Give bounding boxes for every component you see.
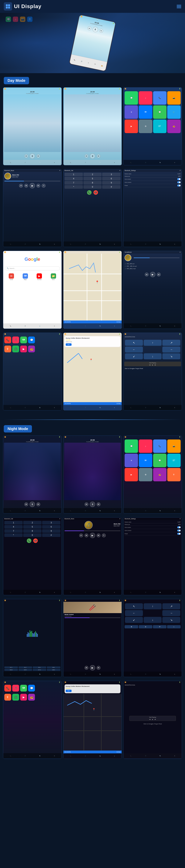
- night-dial-7[interactable]: 7: [4, 529, 23, 533]
- night-podcast-stream[interactable]: 🎙: [4, 694, 11, 701]
- food-next[interactable]: ⏭: [97, 666, 100, 670]
- podcast-stream-icon[interactable]: 🎙: [4, 346, 11, 352]
- night-arrow-l[interactable]: ←: [125, 610, 143, 616]
- night-phone[interactable]: 📞: [153, 439, 166, 453]
- night-music[interactable]: ♪: [139, 439, 152, 453]
- play-pause-btn[interactable]: ▶: [30, 183, 35, 188]
- power-toggle[interactable]: [177, 185, 181, 186]
- night-youtube[interactable]: ▶: [125, 468, 138, 481]
- nav-gps-2[interactable]: 📡: [100, 162, 101, 163]
- preset-3[interactable]: 95.5: [33, 666, 46, 668]
- night-auto-answer-toggle[interactable]: [177, 526, 181, 528]
- night-call-btn[interactable]: 📞: [27, 538, 31, 543]
- next-track-btn[interactable]: ⏭: [36, 184, 40, 188]
- night-power-toggle[interactable]: [177, 533, 181, 535]
- night-play-2[interactable]: ⏸: [90, 502, 95, 507]
- night-next-1[interactable]: ⏭: [36, 502, 40, 506]
- auto-answer-toggle[interactable]: [177, 178, 181, 180]
- nav-music-2[interactable]: 🎵: [85, 162, 86, 163]
- preset-4[interactable]: 99.0: [47, 666, 60, 668]
- night-next-2[interactable]: ⏭: [97, 502, 100, 506]
- night-prev-music[interactable]: ⏮: [85, 533, 88, 537]
- prev-track-btn[interactable]: ⏮: [24, 184, 28, 188]
- night-repeat[interactable]: ↻: [102, 533, 106, 537]
- night-dial-0[interactable]: 0: [23, 533, 42, 537]
- social-prev[interactable]: ⏮: [145, 273, 149, 276]
- night-arrow-d[interactable]: ↓: [144, 617, 162, 623]
- google-search-bar[interactable]: 🔍 Search...: [5, 267, 60, 270]
- dial-4[interactable]: 4: [64, 177, 83, 180]
- shortcut-youtube[interactable]: ▶ YouTube: [33, 273, 46, 280]
- arrow-left[interactable]: ←: [125, 346, 143, 352]
- night-youtube-stream[interactable]: ▶: [20, 694, 27, 701]
- play-btn-2[interactable]: ⏸: [90, 153, 95, 159]
- dial-5[interactable]: 5: [83, 177, 102, 180]
- night-dial-1[interactable]: 1: [4, 521, 23, 525]
- night-dial-2[interactable]: 2: [23, 521, 42, 525]
- bottom-nav-music[interactable]: 🎵: [25, 162, 26, 163]
- nav-item-4[interactable]: ⚙: [174, 162, 175, 163]
- arrow-up-left[interactable]: ↖: [125, 340, 143, 346]
- night-dial-9[interactable]: 9: [42, 529, 60, 533]
- arrow-down-left[interactable]: ↙: [125, 353, 143, 359]
- bt-icon[interactable]: BT: [153, 120, 166, 133]
- wechat-icon[interactable]: 💬: [153, 105, 166, 119]
- arrow-down-right[interactable]: ↘: [162, 353, 180, 359]
- night-play-1[interactable]: ⏸: [30, 502, 35, 507]
- arrow-up[interactable]: ↑: [144, 340, 162, 346]
- night-wechat[interactable]: 💬: [153, 454, 166, 467]
- dial-8[interactable]: 8: [83, 181, 102, 185]
- night-nav-btn-4[interactable]: ⌂: [167, 625, 181, 628]
- prev-button[interactable]: ⏮: [24, 154, 28, 158]
- dial-star[interactable]: *: [64, 185, 83, 189]
- youtube-stream-icon[interactable]: ▶: [20, 346, 27, 352]
- nav-phone-2[interactable]: 📞: [70, 162, 71, 163]
- night-nav-btn-3[interactable]: ⟳: [153, 625, 166, 628]
- repeat-btn[interactable]: ↻: [42, 184, 46, 188]
- shuffle-btn[interactable]: ⇄: [19, 184, 23, 188]
- music-stream-icon[interactable]: 🎵: [12, 337, 19, 343]
- night-dial-8[interactable]: 8: [23, 529, 42, 533]
- night-arrow-dl[interactable]: ↙: [125, 617, 143, 623]
- radio-icon[interactable]: 📻: [167, 120, 181, 133]
- night-arrow-ur[interactable]: ↗: [162, 603, 180, 609]
- night-dial-5[interactable]: 5: [23, 525, 42, 529]
- menu-button[interactable]: [177, 5, 181, 8]
- prev-btn[interactable]: ⏮: [87, 26, 92, 31]
- spotify-stream-icon[interactable]: 🎧: [12, 346, 19, 352]
- call-btn[interactable]: 📞: [87, 190, 91, 195]
- bottom-nav-apps[interactable]: ⚙: [54, 162, 55, 163]
- night-nav-btn-2[interactable]: ⊖: [139, 625, 152, 628]
- night-nav-btn-1[interactable]: ⊕: [125, 625, 138, 628]
- dial-6[interactable]: 6: [102, 177, 121, 180]
- telegram-icon[interactable]: ✈: [125, 105, 138, 119]
- np-next[interactable]: ⏭: [155, 364, 156, 366]
- dial-0[interactable]: 0: [83, 185, 102, 189]
- night-np-play[interactable]: ▶: [152, 719, 153, 720]
- maps-icon[interactable]: 🗺: [139, 105, 152, 119]
- dial-2[interactable]: 2: [83, 173, 102, 176]
- night-dial-3[interactable]: 3: [42, 521, 60, 525]
- play-btn[interactable]: ⏸: [92, 26, 99, 33]
- social-next[interactable]: ⏭: [157, 273, 161, 276]
- np-prev[interactable]: ⏮: [149, 364, 151, 366]
- night-telegram[interactable]: ✈: [125, 454, 138, 467]
- night-maps-stream[interactable]: 🗺: [20, 685, 27, 691]
- camera-icon[interactable]: 📸: [167, 91, 181, 105]
- nav-item-1[interactable]: 📞: [130, 162, 131, 163]
- preset-2[interactable]: 91.0: [19, 666, 32, 668]
- preset-7[interactable]: 107.0: [33, 669, 46, 671]
- arrow-right[interactable]: →: [162, 346, 180, 352]
- night-msg-stream[interactable]: 💬: [28, 685, 35, 691]
- radio-stream-icon[interactable]: 📻: [28, 346, 35, 352]
- night-podcast[interactable]: 🎙: [167, 468, 181, 481]
- night-camera[interactable]: 📸: [167, 439, 181, 453]
- night-bt[interactable]: BT: [167, 454, 181, 467]
- night-np-prev[interactable]: ⏮: [149, 719, 151, 720]
- dial-1[interactable]: 1: [64, 173, 83, 176]
- preset-1[interactable]: 87.5: [4, 666, 18, 668]
- arrow-down[interactable]: ↓: [144, 353, 162, 359]
- night-phone-icon[interactable]: 📞: [4, 685, 11, 691]
- dial-7[interactable]: 7: [64, 181, 83, 185]
- night-auto-connect-toggle[interactable]: [177, 530, 181, 531]
